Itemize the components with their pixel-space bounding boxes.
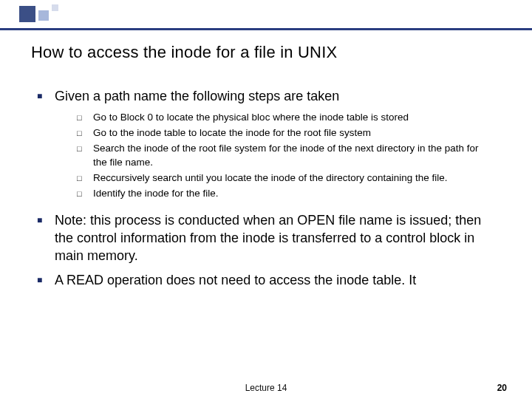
sub-bullet-text: Reccursively search until you locate the… [93,171,448,185]
sub-bullet-text: Search the inode of the root file system… [93,142,492,170]
hollow-square-bullet-icon: □ [77,187,93,198]
bullet-item: ■ Note: this process is conducted when a… [37,211,492,265]
hollow-square-bullet-icon: □ [77,111,93,122]
decor-square-large [19,6,35,22]
bullet-text: Note: this process is conducted when an … [55,211,492,265]
sub-bullet-item: □ Identify the inode for the file. [77,187,492,201]
bullet-text: Given a path name the following steps ar… [55,87,339,105]
sub-bullet-item: □ Search the inode of the root file syst… [77,142,492,170]
hollow-square-bullet-icon: □ [77,171,93,183]
sub-bullet-text: Go to the inode table to locate the inod… [93,126,371,140]
sub-bullet-text: Go to Block 0 to locate the physical blo… [93,111,409,125]
slide: How to access the inode for a file in UN… [0,0,532,399]
sub-bullet-text: Identify the inode for the file. [93,187,219,201]
decor-square-small [52,4,58,11]
sub-bullet-item: □ Reccursively search until you locate t… [77,171,492,185]
hollow-square-bullet-icon: □ [77,126,93,137]
sub-bullet-item: □ Go to the inode table to locate the in… [77,126,492,140]
footer-lecture-label: Lecture 14 [0,383,532,393]
square-bullet-icon: ■ [37,211,55,225]
slide-content: ■ Given a path name the following steps … [37,87,492,295]
bullet-text: A READ operation does not need to access… [55,271,416,289]
sub-bullet-item: □ Go to Block 0 to locate the physical b… [77,111,492,125]
decor-underline [0,28,532,30]
header-decoration [0,0,532,31]
decor-square-medium [38,10,49,21]
slide-title: How to access the inode for a file in UN… [31,43,337,62]
hollow-square-bullet-icon: □ [77,142,93,153]
bullet-item: ■ Given a path name the following steps … [37,87,492,105]
sub-bullet-list: □ Go to Block 0 to locate the physical b… [77,111,492,200]
square-bullet-icon: ■ [37,271,55,285]
square-bullet-icon: ■ [37,87,55,101]
footer-page-number: 20 [497,383,507,393]
bullet-item: ■ A READ operation does not need to acce… [37,271,492,289]
